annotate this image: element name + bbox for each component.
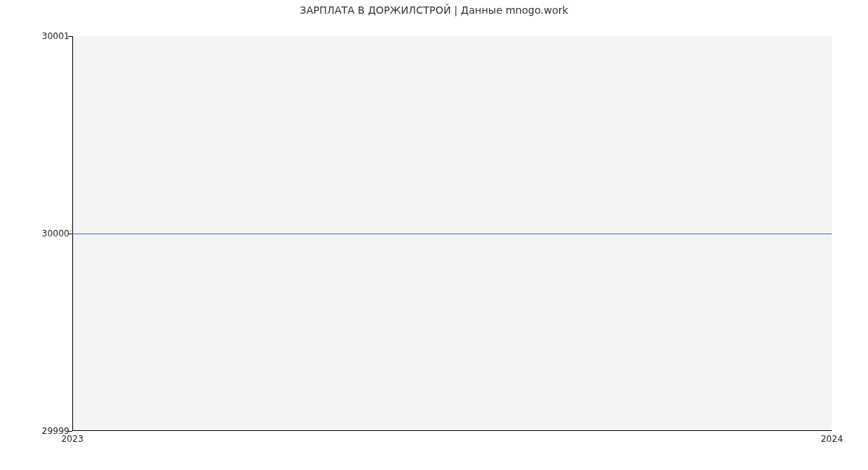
series-line [72, 234, 832, 234]
chart-container: ЗАРПЛАТА В ДОРЖИЛСТРОЙ | Данные mnogo.wo… [0, 0, 868, 470]
chart-title: ЗАРПЛАТА В ДОРЖИЛСТРОЙ | Данные mnogo.wo… [0, 4, 868, 16]
x-tick-label: 2023 [61, 434, 84, 444]
x-tick-label: 2024 [821, 434, 843, 444]
y-tick-label: 30001 [42, 31, 69, 41]
y-tick-label: 30000 [42, 228, 69, 239]
